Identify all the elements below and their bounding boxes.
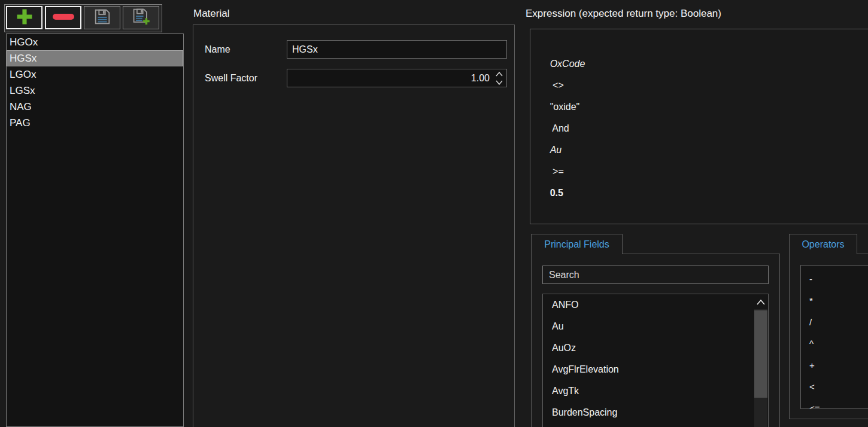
material-group: Name Swell Factor — [193, 25, 515, 427]
material-section-title: Material — [193, 8, 229, 20]
operator-list-item[interactable]: * — [801, 290, 868, 312]
operator-list-item[interactable]: < — [801, 376, 868, 398]
spin-up-button[interactable] — [494, 70, 505, 78]
tab-principal-fields[interactable]: Principal Fields — [531, 234, 623, 254]
principal-fields-page: ANFO Au AuOz AvgFlrElevation AvgTk Burde… — [531, 254, 780, 427]
chevron-down-icon — [496, 78, 503, 87]
name-input[interactable] — [287, 40, 507, 59]
fields-scrollbar[interactable] — [754, 295, 767, 427]
field-list-item[interactable]: AvgTk — [543, 380, 768, 402]
minus-icon — [52, 13, 75, 22]
scroll-up-button[interactable] — [754, 295, 767, 309]
save-icon — [93, 7, 112, 28]
save-button[interactable] — [84, 6, 120, 29]
plus-icon — [15, 7, 34, 28]
chevron-up-icon — [496, 69, 503, 78]
tab-operators[interactable]: Operators — [789, 234, 857, 254]
tab-operators-label: Operators — [802, 239, 844, 250]
swell-factor-label: Swell Factor — [205, 73, 257, 84]
expression-part: OxCode — [550, 59, 585, 69]
expression-title: Expression (expected return type: Boolea… — [526, 8, 721, 20]
swell-factor-stepper — [287, 69, 507, 87]
spinner — [494, 70, 505, 86]
operator-list-item[interactable]: ^ — [801, 333, 868, 355]
expression-part: Au — [550, 145, 562, 155]
expression-part: "oxide" — [550, 102, 580, 112]
field-list-item[interactable]: AuOz — [543, 337, 768, 359]
save-plus-icon — [132, 7, 151, 28]
operator-list-item[interactable]: - — [801, 269, 868, 290]
field-list-item[interactable]: Au — [543, 316, 768, 337]
field-list-item[interactable]: AvgFlrElevation — [543, 359, 768, 380]
tab-principal-fields-label: Principal Fields — [544, 239, 609, 250]
expression-part: <> — [550, 80, 567, 90]
field-list-item[interactable]: BurdenSpacing — [543, 402, 768, 423]
scrollbar-thumb[interactable] — [754, 310, 767, 398]
remove-button[interactable] — [45, 6, 81, 29]
material-list-item[interactable]: HGOx — [7, 34, 183, 50]
operator-list-item[interactable]: <= — [801, 398, 868, 409]
search-input[interactable] — [542, 266, 769, 284]
material-list-item[interactable]: LGOx — [7, 66, 183, 83]
operator-list-item[interactable]: + — [801, 355, 868, 376]
expression-part: 0.5 — [550, 188, 563, 198]
material-list[interactable]: HGOx HGSx LGOx LGSx NAG PAG — [6, 33, 184, 427]
name-label: Name — [205, 44, 230, 55]
field-list-item[interactable]: ANFO — [543, 294, 768, 316]
expression-part: >= — [550, 166, 567, 176]
spin-down-button[interactable] — [494, 78, 505, 86]
toolbar — [4, 4, 162, 32]
chevron-up-icon — [757, 297, 765, 307]
swell-factor-input[interactable] — [287, 69, 507, 87]
material-list-item[interactable]: LGSx — [7, 83, 183, 99]
add-button[interactable] — [6, 6, 43, 29]
principal-fields-list[interactable]: ANFO Au AuOz AvgFlrElevation AvgTk Burde… — [542, 294, 769, 427]
material-list-item[interactable]: PAG — [7, 115, 183, 131]
expression-part: And — [550, 123, 572, 133]
material-list-item[interactable]: NAG — [7, 99, 183, 115]
operators-list[interactable]: - * / ^ + < <= — [800, 265, 868, 409]
save-new-button[interactable] — [123, 6, 159, 29]
operator-list-item[interactable]: / — [801, 312, 868, 333]
operators-page: - * / ^ + < <= — [789, 254, 868, 419]
expression-editor[interactable]: OxCode <> "oxide" And Au >= 0.5 — [530, 29, 868, 224]
app-window: HGOx HGSx LGOx LGSx NAG PAG Material Nam… — [0, 0, 868, 427]
material-list-item[interactable]: HGSx — [7, 50, 183, 66]
